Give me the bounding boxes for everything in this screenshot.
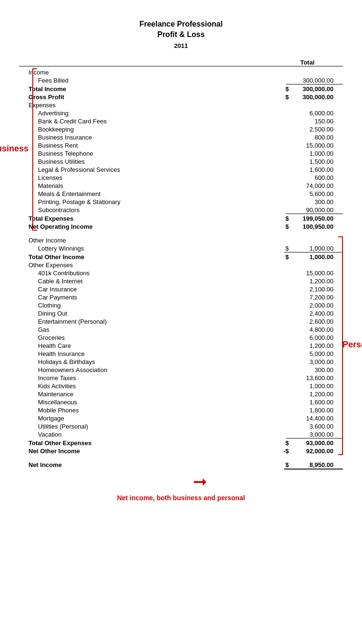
expense-row-materials: Materials 74,000.00 [19,182,343,190]
net-income-note: Net income, both business and personal [19,494,343,502]
oe-groceries: Groceries 6,000.00 [19,334,343,342]
oe-clothing: Clothing 2,000.00 [19,301,343,309]
expense-row-bookkeeping: Bookkeeping 2,500.00 [19,125,343,133]
expense-row-advertising: Advertising 6,000.00 [19,109,343,117]
personal-label: Personal [343,340,362,350]
title-line1: Freelance Professional [19,19,343,29]
expense-row-printing: Printing, Postage & Stationary 300.00 [19,198,343,206]
net-operating-income-row: Net Operating Income $ 100,950.00 [19,223,343,231]
expense-row-licenses: Licenses 600.00 [19,174,343,182]
expense-row-bank: Bank & Credit Card Fees 150.00 [19,117,343,125]
total-other-expenses-row: Total Other Expenses $ 93,000.00 [19,439,343,447]
other-expenses-header: Other Expenses [19,261,343,269]
expense-row-business-rent: Business Rent 15,000.00 [19,141,343,149]
oe-health-care: Health Care 1,200.00 [19,342,343,350]
oe-income-taxes: Income Taxes 13,600.00 [19,374,343,382]
oe-misc: Miscellaneous 1,600.00 [19,398,343,406]
net-other-income-row: Net Other Income -$ 92,000.00 [19,447,343,455]
expense-row-business-telephone: Business Telephone 1,000.00 [19,149,343,158]
expense-row-subcontractors: Subcontractors 90,000.00 [19,206,343,215]
oe-holidays: Holidays & Birthdays 3,000.00 [19,358,343,366]
oe-utilities: Utilities (Personal) 3,600.00 [19,422,343,430]
oe-car-insurance: Car Insurance 2,100.00 [19,285,343,293]
arrow-icon: ➞ [193,472,207,491]
oe-mobile: Mobile Phones 1,800.00 [19,406,343,414]
oe-car-payments: Car Payments 7,200.00 [19,293,343,301]
report-year: 2011 [19,42,343,49]
report-title: Freelance Professional Profit & Loss [19,19,343,40]
oe-401k: 401k Contributions 15,000.00 [19,269,343,277]
total-income-row: Total Income $ 300,000.00 [19,85,343,93]
oe-entertainment: Entertainment (Personal) 2,600.00 [19,317,343,326]
oe-vacation: Vacation 3,000.00 [19,430,343,439]
other-income-header: Other Income [19,236,343,244]
expense-row-business-utilities: Business Utilities 1,500.00 [19,158,343,166]
oe-hoa: Homeowners Association 300.00 [19,366,343,374]
arrow-container: ➞ [19,473,343,490]
expense-row-legal: Legal & Professional Services 1,600.00 [19,166,343,174]
title-line2: Profit & Loss [19,29,343,40]
oe-health-insurance: Health Insurance 5,000.00 [19,350,343,358]
expense-row-meals: Meals & Entertainment 5,600.00 [19,190,343,198]
income-header: Income [19,68,343,76]
total-expenses-row: Total Expenses $ 199,050.00 [19,215,343,223]
fees-billed-row: Fees Billed 300,000.00 [19,76,343,85]
oe-maintenance: Maintenance 1,200.00 [19,390,343,398]
expenses-header: Expenses [19,101,343,109]
expense-row-business-insurance: Business Insurance 800.00 [19,133,343,141]
oe-gas: Gas 4,800.00 [19,326,343,334]
oe-cable: Cable & Internet 1,200.00 [19,277,343,285]
page-container: Freelance Professional Profit & Loss 201… [0,9,362,511]
gross-profit-row: Gross Profit $ 300,000.00 [19,93,343,101]
lottery-winnings-row: Lottery Winnings $ 1,000.00 [19,244,343,253]
column-header-total: Total [257,59,314,66]
column-header-row: Total [19,59,343,66]
total-other-income-row: Total Other Income $ 1,000.00 [19,253,343,261]
report-body: Income Fees Billed 300,000.00 Total Inco… [19,68,343,470]
oe-dining: Dining Out 2,400.00 [19,309,343,317]
net-income-row: Net Income $ 8,950.00 [19,461,343,470]
oe-mortgage: Mortgage 14,400.00 [19,414,343,422]
oe-kids: Kids Activities 1,000.00 [19,382,343,390]
